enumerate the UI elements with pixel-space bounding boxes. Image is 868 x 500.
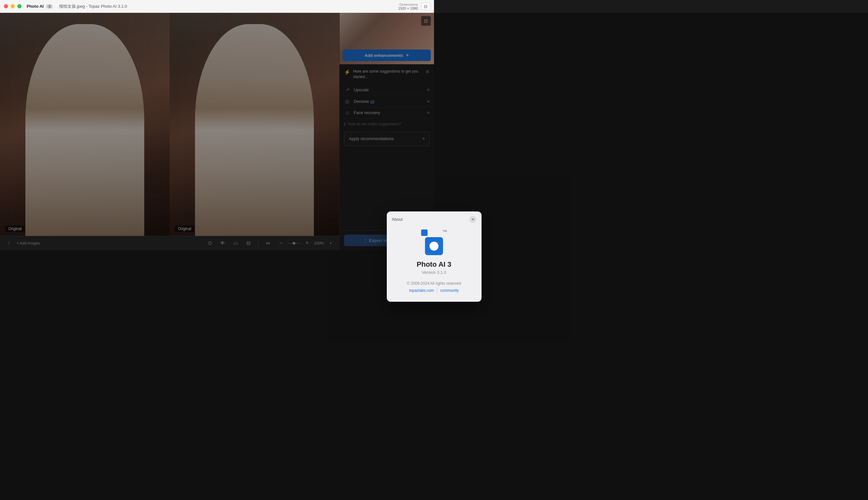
close-button[interactable] xyxy=(4,4,8,8)
logo-small-square xyxy=(421,229,428,236)
dimensions-area: Dimensions 1920 × 1080 xyxy=(398,2,418,10)
modal-overlay[interactable]: About ✕ TM Photo AI 3 Version 3.1.0 © 20… xyxy=(0,13,434,250)
app-title-area: Photo AI 3 xyxy=(27,4,53,9)
logo-square xyxy=(425,237,434,250)
maximize-button[interactable] xyxy=(18,4,22,8)
dimensions-value: 1920 × 1080 xyxy=(398,7,418,10)
minimize-button[interactable] xyxy=(11,4,15,8)
sidebar-toggle-button[interactable]: ⊟ xyxy=(421,3,430,10)
modal-header: About ✕ xyxy=(387,212,434,223)
app-badge: 3 xyxy=(46,4,53,9)
filename: 报纸女孩.jpeg - Topaz Photo AI 3.1.0 xyxy=(59,3,127,9)
titlebar: Photo AI 3 报纸女孩.jpeg - Topaz Photo AI 3.… xyxy=(0,0,434,13)
app-name: Photo AI xyxy=(27,4,44,9)
modal-title: About xyxy=(392,217,403,222)
app-logo: TM xyxy=(421,229,434,250)
logo-circle xyxy=(429,242,434,250)
window-controls xyxy=(4,4,22,8)
dimensions-label: Dimensions xyxy=(398,2,418,7)
modal-body: TM Photo AI 3 Version 3.1.0 © 2009-2024 … xyxy=(387,223,434,250)
about-modal: About ✕ TM Photo AI 3 Version 3.1.0 © 20… xyxy=(387,212,434,250)
